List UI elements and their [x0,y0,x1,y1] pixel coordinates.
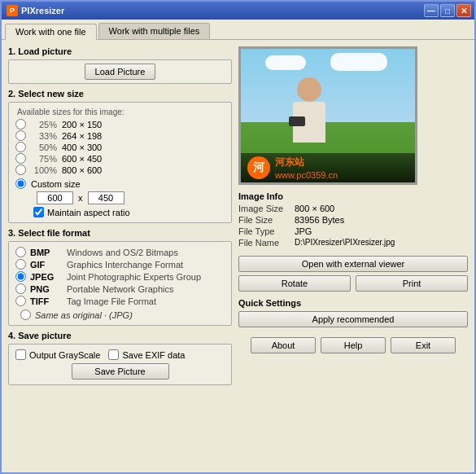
maintain-aspect-checkbox[interactable] [33,207,44,217]
exit-button[interactable]: Exit [391,337,456,353]
format-gif-desc: Graphics Interchange Format [67,260,183,270]
watermark-site: 河东站 [275,156,338,169]
main-content: 1. Load picture Load Picture 2. Select n… [2,40,474,472]
format-bmp-desc: Windows and OS/2 Bitmaps [67,248,178,257]
app-icon: P [7,5,18,16]
size-val-33: 264 × 198 [62,131,102,141]
exif-row: Save EXIF data [108,349,185,360]
title-bar-left: P PIXresizer [7,5,64,16]
grayscale-checkbox[interactable] [15,349,26,360]
cloud1 [265,55,306,70]
info-size-row: Image Size 800 × 600 [238,204,468,213]
format-tiff-name: TIFF [30,296,63,306]
format-bmp-name: BMP [30,248,63,257]
left-panel: 1. Load picture Load Picture 2. Select n… [8,46,232,466]
size-pct-33: 33% [31,131,57,141]
format-radio-gif[interactable] [15,259,26,270]
image-info-title: Image Info [238,191,468,201]
minimize-button[interactable]: — [424,4,439,17]
save-section: 4. Save picture Output GrayScale Save EX… [8,331,232,385]
watermark-url: www.pc0359.cn [275,170,338,180]
format-jpeg-desc: Joint Photographic Experts Group [67,272,201,282]
save-picture-button[interactable]: Save Picture [72,363,169,380]
info-filename-val: D:\PIXresizer\PIXresizer.jpg [295,238,395,248]
size-val-25: 200 × 150 [62,120,102,129]
info-filetype-key: File Type [238,226,291,236]
custom-size-inputs: x [15,191,225,204]
person-head [297,77,321,102]
format-radio-jpeg[interactable] [15,271,26,282]
size-radio-33[interactable] [15,130,26,141]
load-picture-button[interactable]: Load Picture [85,64,156,80]
title-buttons: — □ ✕ [424,4,471,17]
format-tiff-desc: Tag Image File Format [67,296,156,306]
size-radio-50[interactable] [15,142,26,152]
title-bar: P PIXresizer — □ ✕ [2,2,474,20]
info-filename-row: File Name D:\PIXresizer\PIXresizer.jpg [238,238,468,248]
size-pct-75: 75% [31,154,57,164]
info-filetype-val: JPG [295,226,312,236]
size-row-100: 100% 800 × 600 [15,165,225,175]
preview-frame: 河 河东站 www.pc0359.cn [238,46,417,185]
size-section: 2. Select new size Available sizes for t… [8,89,232,223]
format-bmp: BMP Windows and OS/2 Bitmaps [15,247,225,257]
open-external-button[interactable]: Open with external viewer [238,256,468,272]
same-as-original-row: Same as original · (JPG) [20,309,225,320]
size-radio-25[interactable] [15,119,26,129]
load-section-label: 1. Load picture [8,46,232,56]
window-title: PIXresizer [21,6,64,15]
save-btn-wrap: Save Picture [15,363,225,380]
image-info-box: Image Info Image Size 800 × 600 File Siz… [238,191,468,249]
quick-settings-label: Quick Settings [238,298,468,308]
format-radio-bmp[interactable] [15,247,26,257]
size-radio-75[interactable] [15,153,26,164]
exif-label: Save EXIF data [122,350,185,360]
format-section: 3. Select file format BMP Windows and OS… [8,228,232,326]
size-pct-50: 50% [31,143,57,152]
info-filesize-row: File Size 83956 Bytes [238,215,468,225]
print-button[interactable]: Print [356,275,468,292]
format-jpeg-name: JPEG [30,272,63,282]
format-radio-png[interactable] [15,283,26,294]
bottom-buttons: About Help Exit [238,337,468,353]
maximize-button[interactable]: □ [440,4,455,17]
exif-checkbox[interactable] [108,349,119,360]
maintain-aspect-row: Maintain aspect ratio [33,207,225,217]
format-radio-tiff[interactable] [15,296,26,306]
custom-height-input[interactable] [88,191,124,204]
tabs-row: Work with one file Work with multiple fi… [2,20,474,40]
size-options: 25% 200 × 150 33% 264 × 198 50% 400 × 30… [15,119,225,175]
size-val-75: 600 × 450 [62,154,102,164]
size-radio-100[interactable] [15,165,26,175]
apply-recommended-button[interactable]: Apply recommended [238,311,468,327]
size-row-75: 75% 600 × 450 [15,153,225,164]
size-row-25: 25% 200 × 150 [15,119,225,129]
size-val-50: 400 × 300 [62,143,102,152]
format-radio-same[interactable] [20,309,31,320]
tab-multi-file[interactable]: Work with multiple files [98,23,211,39]
format-gif: GIF Graphics Interchange Format [15,259,225,270]
cloud2 [330,53,387,71]
person-figure [285,86,334,143]
quick-settings-section: Quick Settings Apply recommended [238,298,468,327]
format-radio-group: BMP Windows and OS/2 Bitmaps GIF Graphic… [15,247,225,306]
right-panel: 河 河东站 www.pc0359.cn Image Info Image Siz… [238,46,468,466]
save-group: Output GrayScale Save EXIF data Save Pic… [8,344,232,385]
save-section-label: 4. Save picture [8,331,232,340]
about-button[interactable]: About [251,337,316,353]
help-button[interactable]: Help [321,337,386,353]
rotate-button[interactable]: Rotate [238,275,351,292]
custom-width-input[interactable] [37,191,73,204]
info-filesize-key: File Size [238,215,291,225]
same-as-original-label: Same as original · (JPG) [35,310,133,320]
close-button[interactable]: ✕ [456,4,471,17]
main-window: P PIXresizer — □ ✕ Work with one file Wo… [0,0,476,474]
tab-one-file[interactable]: Work with one file [5,24,97,40]
size-radio-custom[interactable] [15,178,26,189]
info-filesize-val: 83956 Bytes [295,215,344,225]
watermark-logo: 河 [247,156,270,179]
custom-size-label: Custom size [31,179,81,189]
format-jpeg: JPEG Joint Photographic Experts Group [15,271,225,282]
format-tiff: TIFF Tag Image File Format [15,296,225,306]
camera-prop [289,116,305,126]
